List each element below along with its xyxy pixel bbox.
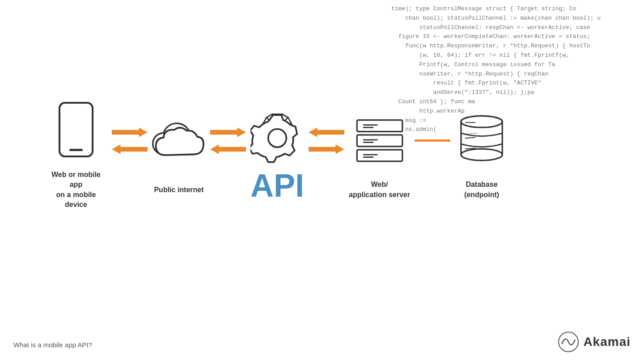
- code-line: func(w http.ResponseWriter, r *http.Requ…: [391, 42, 637, 51]
- svg-marker-2: [112, 127, 148, 137]
- mobile-icon: [49, 98, 103, 161]
- akamai-logo-text: Akamai: [583, 335, 631, 349]
- svg-marker-11: [309, 144, 344, 154]
- diagram-area: Web or mobile appon a mobile device: [45, 98, 581, 210]
- gear-icon: [250, 107, 304, 169]
- bottom-caption: What is a mobile app API?: [13, 341, 92, 349]
- server-icon: [353, 108, 407, 171]
- arrow-internet-api: [210, 126, 246, 156]
- mobile-label: Web or mobile appon a mobile device: [45, 170, 107, 210]
- code-line: statusPollChannel: respChan <- workerAct…: [391, 23, 637, 33]
- akamai-logo: Akamai: [557, 331, 631, 353]
- arrow-server-database: [415, 139, 450, 142]
- internet-node: Public internet: [152, 114, 206, 195]
- svg-marker-3: [112, 144, 148, 154]
- database-icon: [455, 108, 508, 171]
- arrow-right-3: [309, 143, 344, 156]
- code-line: chan bool); statusPollChannel := make(ch…: [391, 14, 637, 23]
- code-line: (w, 10, 64); if err != nil { fmt.Fprintf…: [391, 51, 637, 60]
- code-line: nseWriter, r *http.Request) { reqChan: [391, 70, 637, 79]
- arrow-api-server: [309, 126, 344, 156]
- dash-arrow: [415, 139, 450, 142]
- svg-rect-15: [357, 135, 402, 147]
- svg-point-9: [268, 129, 287, 147]
- svg-marker-6: [210, 127, 246, 137]
- svg-marker-7: [210, 144, 246, 154]
- code-line: andServe(":1337", nil)); };pa: [391, 88, 637, 97]
- arrow-mobile-internet: [112, 126, 148, 156]
- api-node: API: [250, 107, 304, 202]
- arrow-right-1: [112, 126, 148, 139]
- internet-label: Public internet: [154, 185, 203, 195]
- database-label: Database(endpoint): [464, 180, 499, 200]
- database-node: Database(endpoint): [455, 108, 508, 200]
- server-node: Web/application server: [349, 108, 410, 200]
- svg-point-25: [461, 149, 502, 161]
- code-line: figure 15 <- workerCompleteChan: workerA…: [391, 32, 637, 42]
- code-line: time); type ControlMessage struct { Targ…: [391, 4, 637, 14]
- svg-rect-1: [69, 149, 83, 151]
- server-label: Web/application server: [349, 180, 410, 200]
- code-line: result { fmt.Fprint(w, "ACTIVE": [391, 79, 637, 88]
- arrow-left-2: [210, 143, 246, 156]
- svg-rect-18: [357, 150, 402, 161]
- mobile-node: Web or mobile appon a mobile device: [45, 98, 107, 210]
- akamai-logo-icon: [557, 331, 580, 353]
- api-label: API: [250, 169, 304, 202]
- caption-text: What is a mobile app API?: [13, 341, 92, 349]
- svg-rect-12: [357, 120, 402, 132]
- svg-point-29: [461, 116, 502, 128]
- svg-marker-10: [309, 127, 344, 137]
- arrow-left-3: [309, 126, 344, 139]
- cloud-icon: [152, 114, 206, 176]
- svg-rect-0: [59, 103, 93, 156]
- arrow-right-2: [210, 126, 246, 139]
- arrow-left-1: [112, 143, 148, 156]
- code-line: Printf(w, Control message issued for Ta: [391, 60, 637, 70]
